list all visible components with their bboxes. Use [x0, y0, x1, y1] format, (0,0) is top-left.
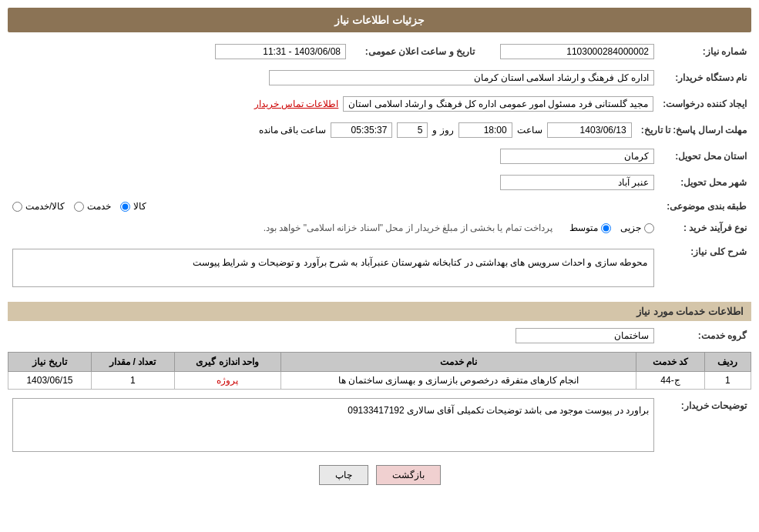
niaz-number-value: 1103000284000002 [500, 44, 654, 59]
col-vahed: واحد اندازه گیری [174, 353, 280, 372]
nooe-note: پرداخت تمام یا بخشی از مبلغ خریدار از مح… [264, 223, 552, 233]
baqi-label: ساعت باقی مانده [259, 125, 327, 136]
radio-jazee-label: جزیی [620, 223, 641, 233]
ostan-value: کرمان [500, 149, 654, 164]
table-row: 1ج-44انجام کارهای متفرقه درخصوص بازسازی … [8, 372, 751, 390]
page-header: جزئیات اطلاعات نیاز [8, 8, 751, 32]
tabage-table: طبقه بندی موضوعی: کالا/خدمت خدمت کالا [8, 199, 751, 214]
gorohe-label: گروه خدمت: [659, 326, 751, 346]
service-table: ردیف کد خدمت نام خدمت واحد اندازه گیری ت… [8, 352, 751, 390]
radio-khadamat-label: خدمت [87, 201, 111, 212]
gorohe-value: ساختمان [516, 328, 654, 343]
saat-value: 18:00 [458, 122, 512, 138]
ijad-label: ایجاد کننده درخواست: [658, 94, 751, 114]
cell-nam: انجام کارهای متفرقه درخصوص بازسازی و بهس… [280, 372, 636, 390]
tarikh-aalan-label: تاریخ و ساعت اعلان عمومی: [351, 42, 489, 62]
saat-label: ساعت [517, 125, 542, 136]
kharridar-table: نام دستگاه خریدار: اداره کل فرهنگ و ارشا… [8, 68, 751, 88]
col-kod: کد خدمت [636, 353, 705, 372]
col-radif: ردیف [704, 353, 751, 372]
cell-tedad: 1 [91, 372, 174, 390]
ijad-link[interactable]: اطلاعات تماس خریدار [254, 99, 339, 109]
tozi-table: توضیحات خریدار: براورد در پیوست موجود می… [8, 396, 751, 454]
kharridar-value: اداره کل فرهنگ و ارشاد اسلامی استان کرما… [269, 70, 654, 85]
radio-motavasset[interactable]: متوسط [569, 223, 611, 233]
bottom-buttons: بازگشت چاپ [8, 465, 751, 485]
tozi-label: توضیحات خریدار: [659, 396, 751, 454]
rooz-value: 5 [397, 122, 428, 138]
shahr-label: شهر محل تحویل: [659, 172, 751, 192]
radio-kala-input[interactable] [120, 202, 130, 212]
gorohe-table: گروه خدمت: ساختمان [8, 326, 751, 346]
ijad-value: مجید گلستانی فرد مسئول امور عمومی اداره … [343, 96, 653, 112]
radio-motavasset-input[interactable] [601, 223, 611, 233]
header-title: جزئیات اطلاعات نیاز [334, 14, 425, 26]
radio-jazee[interactable]: جزیی [620, 223, 654, 233]
mohlat-label: مهلت ارسال پاسخ: تا تاریخ: [636, 120, 751, 140]
radio-kala-khadamat-input[interactable] [12, 202, 22, 212]
shahr-value: عنبر آباد [500, 175, 654, 190]
col-tarikh: تاریخ نیاز [8, 353, 92, 372]
sharh-table: شرح کلی نیاز: محوطه سازی و احداث سرویس ه… [8, 242, 751, 294]
ijad-table: ایجاد کننده درخواست: مجید گلستانی فرد مس… [8, 94, 751, 114]
top-info-table: شماره نیاز: 1103000284000002 تاریخ و ساع… [8, 42, 751, 62]
kharridar-label: نام دستگاه خریدار: [659, 68, 751, 88]
niaz-number-label: شماره نیاز: [659, 42, 751, 62]
khadamat-section-title: اطلاعات خدمات مورد نیاز [8, 302, 751, 321]
col-nam: نام خدمت [280, 353, 636, 372]
cell-tarikh: 1403/06/15 [8, 372, 92, 390]
radio-motavasset-label: متوسط [569, 223, 598, 233]
radio-jazee-input[interactable] [644, 223, 654, 233]
sharh-label: شرح کلی نیاز: [659, 242, 751, 294]
radio-kala-khadamat[interactable]: کالا/خدمت [12, 201, 65, 212]
rooz-label: روز و [432, 125, 453, 136]
print-button[interactable]: چاپ [319, 465, 368, 485]
cell-radif: 1 [704, 372, 751, 390]
baqi-value: 05:35:37 [331, 122, 392, 138]
page-wrapper: جزئیات اطلاعات نیاز شماره نیاز: 11030002… [0, 0, 759, 532]
radio-kala-label: کالا [133, 201, 146, 212]
cell-kod: ج-44 [636, 372, 705, 390]
mohlat-table: مهلت ارسال پاسخ: تا تاریخ: 1403/06/13 سا… [8, 120, 751, 140]
radio-khadamat[interactable]: خدمت [74, 201, 111, 212]
shahr-table: شهر محل تحویل: عنبر آباد [8, 172, 751, 192]
nooe-table: نوع فرآیند خرید : جزیی متوسط پرداخت تمام… [8, 220, 751, 236]
ostan-label: استان محل تحویل: [659, 146, 751, 166]
date-value: 1403/06/13 [547, 122, 632, 138]
col-tedad: تعداد / مقدار [91, 353, 174, 372]
nooe-label: نوع فرآیند خرید : [659, 220, 751, 236]
back-button[interactable]: بازگشت [376, 465, 441, 485]
cell-vahed: پروژه [174, 372, 280, 390]
radio-khadamat-input[interactable] [74, 202, 84, 212]
sharh-value: محوطه سازی و احداث سرویس های بهداشتی در … [12, 249, 654, 287]
radio-kala-khadamat-label: کالا/خدمت [25, 201, 65, 212]
tarikh-aalan-value: 1403/06/08 - 11:31 [215, 44, 346, 59]
radio-kala[interactable]: کالا [120, 201, 146, 212]
ostan-table: استان محل تحویل: کرمان [8, 146, 751, 166]
tabage-label: طبقه بندی موضوعی: [659, 199, 751, 214]
tozi-value: براورد در پیوست موجود می باشد توضیحات تک… [12, 398, 654, 452]
